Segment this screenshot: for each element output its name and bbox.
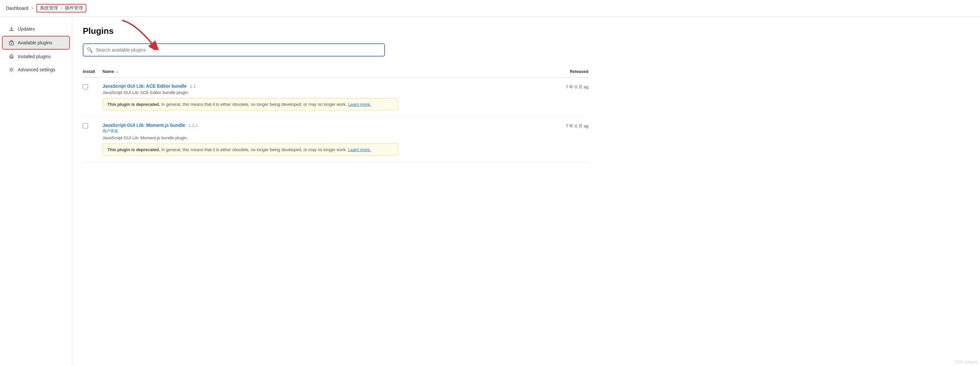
deprecated-box: This plugin is deprecated. In general, t… <box>102 98 398 110</box>
sidebar: Updates Available plugins Installed plug… <box>0 17 72 366</box>
plugin-tag[interactable]: 用户界面 <box>102 129 549 134</box>
deprecated-desc: In general, this means that it is either… <box>161 102 347 107</box>
plugin-released: 7 年 0 月 ag <box>549 83 589 90</box>
plugin-version: 1.1.1 <box>189 123 198 128</box>
plugin-list: JavaScript GUI Lib: ACE Editor bundle 1.… <box>83 78 969 162</box>
main-layout: Updates Available plugins Installed plug… <box>0 17 980 366</box>
learn-more-link[interactable]: Learn more. <box>348 147 371 152</box>
deprecated-box: This plugin is deprecated. In general, t… <box>102 143 398 156</box>
breadcrumb-sep-2: > <box>60 6 63 11</box>
sidebar-item-advanced-settings[interactable]: Advanced settings <box>3 64 69 76</box>
sidebar-label-updates: Updates <box>18 26 35 32</box>
sidebar-item-available-plugins[interactable]: Available plugins <box>2 36 70 49</box>
svg-point-2 <box>11 43 12 44</box>
breadcrumb-system-mgmt[interactable]: 系统管理 <box>40 5 58 11</box>
puzzle-icon <box>8 54 14 59</box>
sidebar-label-advanced-settings: Advanced settings <box>18 67 55 72</box>
deprecated-label: This plugin is deprecated. <box>107 102 160 107</box>
plugin-version: 1.1 <box>190 84 196 89</box>
sidebar-label-installed-plugins: Installed plugins <box>18 54 51 59</box>
download-icon <box>8 26 14 32</box>
plugin-name-line: JavaScript GUI Lib: Moment.js bundle 1.1… <box>102 123 549 128</box>
content-area: Plugins 🔍 Install Name ↓ Released <box>72 17 980 366</box>
deprecated-desc: In general, this means that it is either… <box>161 147 347 152</box>
plugin-row: JavaScript GUI Lib: Moment.js bundle 1.1… <box>83 117 589 162</box>
svg-rect-0 <box>10 30 13 31</box>
breadcrumb-plugin-mgmt[interactable]: 插件管理 <box>65 5 83 11</box>
breadcrumb-sep-1: > <box>31 6 34 11</box>
search-box-wrap: 🔍 <box>83 43 969 57</box>
table-header: Install Name ↓ Released <box>83 66 589 78</box>
breadcrumb-dashboard[interactable]: Dashboard <box>6 6 29 11</box>
deprecated-label: This plugin is deprecated. <box>107 147 160 152</box>
search-input[interactable] <box>83 43 385 57</box>
sidebar-item-installed-plugins[interactable]: Installed plugins <box>3 50 69 63</box>
plugin-released: 7 年 0 月 ag <box>549 123 589 129</box>
page-title: Plugins <box>83 26 969 36</box>
watermark: CSDN @StreetL <box>954 360 978 364</box>
plugin-details: JavaScript GUI Lib: Moment.js bundle 1.1… <box>102 123 549 156</box>
col-header-name: Name ↓ <box>102 69 549 74</box>
breadcrumb: Dashboard > 系统管理 > 插件管理 <box>0 0 980 17</box>
plugin-row: JavaScript GUI Lib: ACE Editor bundle 1.… <box>83 78 589 117</box>
col-header-released: Released <box>549 69 589 74</box>
search-icon: 🔍 <box>87 47 93 53</box>
plugin-description: JavaScript GUI Lib: ACE Editor bundle pl… <box>102 90 549 95</box>
plugin-name-link[interactable]: JavaScript GUI Lib: ACE Editor bundle <box>102 83 186 89</box>
plugin-checkbox-wrap[interactable] <box>83 123 102 129</box>
gear-icon <box>8 67 14 73</box>
plugin-details: JavaScript GUI Lib: ACE Editor bundle 1.… <box>102 83 549 110</box>
sidebar-item-updates[interactable]: Updates <box>3 23 69 35</box>
sort-icon[interactable]: ↓ <box>116 69 118 74</box>
col-header-install: Install <box>83 69 102 74</box>
plugin-checkbox[interactable] <box>83 84 88 89</box>
plugin-description: JavaScript GUI Lib: Moment.js bundle plu… <box>102 135 549 140</box>
breadcrumb-highlighted: 系统管理 > 插件管理 <box>37 4 86 13</box>
plugin-checkbox[interactable] <box>83 123 88 129</box>
shop-icon <box>8 40 14 46</box>
svg-point-3 <box>11 69 13 71</box>
plugin-name-link[interactable]: JavaScript GUI Lib: Moment.js bundle <box>102 123 185 128</box>
sidebar-label-available-plugins: Available plugins <box>18 40 52 45</box>
plugin-checkbox-wrap[interactable] <box>83 83 102 90</box>
learn-more-link[interactable]: Learn more. <box>348 102 371 107</box>
plugin-name-line: JavaScript GUI Lib: ACE Editor bundle 1.… <box>102 83 549 89</box>
